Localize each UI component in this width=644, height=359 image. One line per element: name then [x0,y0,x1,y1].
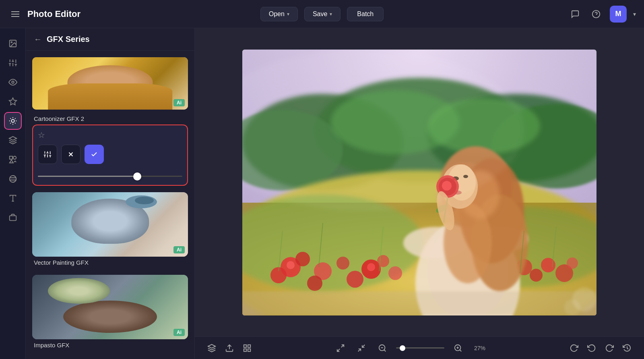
header-left: Photo Editor [8,7,217,21]
sidebar-item-watermark[interactable] [4,209,22,226]
zoom-out-button[interactable] [375,341,390,355]
grid-view-button[interactable] [240,341,254,355]
filter-controls [38,145,182,164]
sidebar-item-art-effects[interactable] [4,112,22,130]
fit-icon [336,344,345,353]
bottom-center: 27% [333,341,488,355]
zoom-value: 27% [472,345,488,351]
sidebar-item-text[interactable] [4,189,22,207]
sidebar-item-image[interactable] [4,35,22,52]
zoom-in-button[interactable] [451,341,465,355]
user-avatar[interactable]: M [610,6,627,23]
vector-thumb: Ai [32,192,188,257]
sidebar-item-layers[interactable] [4,131,22,149]
rotate-button[interactable] [567,341,581,355]
batch-button[interactable]: Batch [347,7,384,21]
filter-settings-button[interactable] [38,145,57,164]
favorite-star-icon[interactable]: ☆ [38,130,45,140]
svg-point-94 [564,299,580,315]
art-effects-icon [8,116,17,125]
hamburger-icon [11,11,19,17]
svg-marker-16 [9,137,16,140]
undo-icon [587,344,596,353]
svg-line-109 [460,350,461,351]
save-button[interactable]: Save ▾ [304,7,341,21]
sliders-icon [8,58,17,67]
history-icon [623,344,632,353]
impasto-thumb: Ai [32,275,188,339]
icon-rail [0,28,26,359]
sidebar-item-adjustments[interactable] [4,54,22,72]
rotate-icon [570,344,578,353]
undo-button[interactable] [584,341,599,355]
text-icon [8,194,17,203]
sidebar-item-shapes[interactable] [4,151,22,168]
svg-rect-100 [244,349,246,351]
filter-item-cartoonizer[interactable]: Ai Cartoonizer GFX 2 ☆ [32,57,188,186]
cartoonizer-ai-badge: Ai [173,99,185,106]
header-right: M ▾ [427,6,636,23]
sidebar-item-effects[interactable] [4,93,22,110]
impasto-name: Impasto GFX [32,339,188,351]
sidebar-item-view[interactable] [4,73,22,91]
eye-icon [8,78,17,87]
filter-confirm-button[interactable] [85,145,104,164]
texture-icon [8,174,17,183]
zoom-slider[interactable] [396,347,444,349]
layers-bottom-icon [207,344,216,353]
zoom-fit-icon [357,344,366,353]
filter-panel: ← GFX Series Ai Cartoonizer GFX 2 [26,28,195,359]
svg-rect-92 [242,291,597,315]
bottom-right [567,341,634,355]
zoom-in-icon [454,344,462,353]
redo-button[interactable] [602,341,617,355]
svg-point-18 [13,156,16,159]
cartoonizer-name: Cartoonizer GFX 2 [32,113,188,125]
filter-selected-header: ☆ [38,130,182,140]
chat-button[interactable] [568,7,582,21]
export-icon [225,344,234,353]
panel-title: GFX Series [47,35,90,44]
hamburger-button[interactable] [8,7,23,21]
panel-header: ← GFX Series [26,28,194,51]
svg-rect-97 [244,344,246,347]
export-button[interactable] [222,341,237,355]
zoom-fit-button[interactable] [354,341,369,355]
settings-icon [43,150,52,158]
back-button[interactable]: ← [34,35,42,44]
app-title: Photo Editor [27,9,80,19]
vector-ai-badge: Ai [173,246,185,253]
zoom-out-icon [378,344,387,353]
intensity-slider[interactable] [38,176,182,177]
filter-cancel-button[interactable] [61,145,80,164]
svg-line-106 [384,350,386,351]
svg-point-15 [11,119,14,122]
svg-marker-14 [9,98,16,105]
painting-svg [242,50,597,315]
svg-line-101 [341,344,344,347]
user-menu-chevron[interactable]: ▾ [633,11,636,17]
help-button[interactable] [589,7,603,21]
filter-item-vector[interactable]: Ai Vector Painting GFX [32,192,188,268]
filter-item-impasto[interactable]: Ai Impasto GFX [32,275,188,351]
save-chevron: ▾ [330,11,332,17]
intensity-slider-container [38,170,182,180]
canvas-viewport [195,28,644,336]
open-button[interactable]: Open ▾ [260,7,298,21]
fit-button[interactable] [333,341,348,355]
chat-icon [571,10,580,19]
cartoonizer-thumb: Ai [32,57,188,110]
svg-point-3 [11,42,12,43]
sidebar-item-texture[interactable] [4,170,22,188]
sparkle-icon [8,97,17,106]
vector-name: Vector Painting GFX [32,257,188,268]
bottom-left [204,341,254,355]
header: Photo Editor Open ▾ Save ▾ Batch M ▾ [0,0,644,28]
redo-icon [605,344,614,353]
svg-rect-98 [248,344,250,347]
layers-button[interactable] [204,341,219,355]
svg-line-102 [337,349,340,351]
history-button[interactable] [620,341,634,355]
svg-rect-99 [248,349,250,351]
layers-icon [8,136,17,145]
